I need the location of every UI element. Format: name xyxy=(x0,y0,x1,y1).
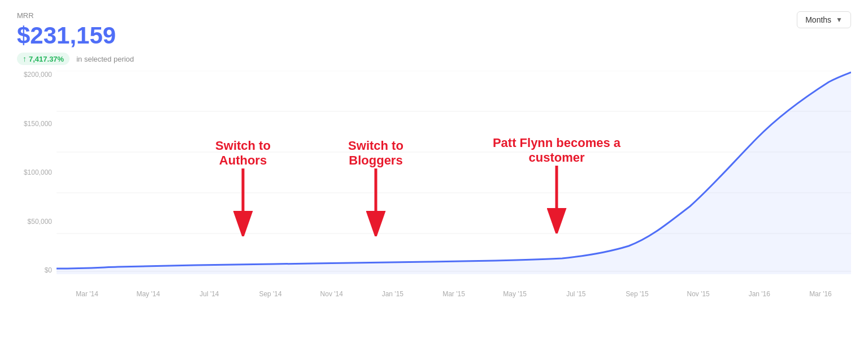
y-label: $50,000 xyxy=(17,218,57,226)
header: MRR $231,159 ↑ 7,417.37% in selected per… xyxy=(17,11,851,65)
metric-block: MRR $231,159 ↑ 7,417.37% in selected per… xyxy=(17,11,134,65)
chart-svg xyxy=(57,71,851,274)
mrr-value: $231,159 xyxy=(17,22,134,49)
x-label: Jan '15 xyxy=(362,290,423,298)
x-label: Nov '15 xyxy=(668,290,729,298)
x-label: Mar '16 xyxy=(790,290,851,298)
x-label: Jul '15 xyxy=(545,290,606,298)
period-text: in selected period xyxy=(76,55,134,63)
x-label: Sep '15 xyxy=(606,290,667,298)
x-axis: Mar '14 May '14 Jul '14 Sep '14 Nov '14 … xyxy=(57,286,851,314)
arrow-up-icon: ↑ xyxy=(23,54,27,63)
x-label: Nov '14 xyxy=(301,290,362,298)
dropdown-label: Months xyxy=(805,15,831,24)
x-label: Jul '14 xyxy=(179,290,240,298)
y-axis: $200,000 $150,000 $100,000 $50,000 $0 xyxy=(17,71,57,274)
chart-area: $200,000 $150,000 $100,000 $50,000 $0 xyxy=(17,71,851,314)
x-label: May '15 xyxy=(484,290,545,298)
y-label: $0 xyxy=(17,266,57,274)
x-label: Mar '14 xyxy=(57,290,118,298)
months-dropdown[interactable]: Months ▼ xyxy=(797,11,851,28)
y-label: $100,000 xyxy=(17,168,57,176)
main-container: MRR $231,159 ↑ 7,417.37% in selected per… xyxy=(0,0,868,346)
x-label: Mar '15 xyxy=(423,290,484,298)
y-label: $150,000 xyxy=(17,120,57,128)
chart-svg-container xyxy=(57,71,851,274)
x-label: Jan '16 xyxy=(729,290,790,298)
mrr-label: MRR xyxy=(17,11,134,20)
x-label: Sep '14 xyxy=(240,290,301,298)
chevron-down-icon: ▼ xyxy=(836,16,843,24)
x-label: May '14 xyxy=(118,290,179,298)
growth-badge: ↑ 7,417.37% xyxy=(17,53,70,65)
y-label: $200,000 xyxy=(17,71,57,79)
growth-percentage: 7,417.37% xyxy=(29,55,64,63)
